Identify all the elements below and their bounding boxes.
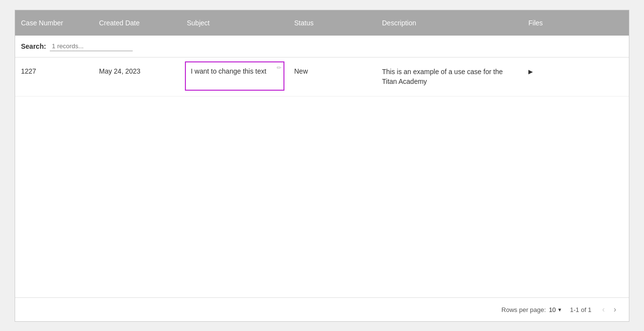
cell-subject[interactable]: ✏ I want to change this text — [181, 58, 288, 95]
cell-description: This is an example of a use case for the… — [376, 58, 523, 96]
cell-case-number: 1227 — [15, 58, 93, 85]
search-input[interactable] — [50, 41, 133, 51]
rows-per-page-dropdown-icon: ▼ — [557, 307, 562, 312]
table-body: 1227 May 24, 2023 ✏ I want to change thi… — [15, 58, 629, 297]
search-label: Search: — [21, 42, 46, 50]
table-header: Case Number Created Date Subject Status … — [15, 10, 629, 36]
subject-editable-cell[interactable]: ✏ I want to change this text — [185, 61, 284, 91]
subject-text: I want to change this text — [191, 67, 266, 75]
col-header-case-number: Case Number — [15, 10, 93, 36]
col-header-description: Description — [376, 10, 523, 36]
pagination-next-button[interactable]: › — [611, 305, 619, 314]
edit-icon: ✏ — [277, 64, 282, 71]
table-footer: Rows per page: 10 ▼ 1-1 of 1 ‹ › — [15, 297, 629, 321]
search-row: Search: — [15, 36, 629, 58]
rows-per-page-select[interactable]: 10 ▼ — [549, 306, 562, 313]
cell-files[interactable]: ▶ — [523, 58, 571, 85]
col-header-created-date: Created Date — [93, 10, 181, 36]
rows-per-page-label: Rows per page: — [502, 306, 546, 313]
files-expand-icon[interactable]: ▶ — [528, 68, 533, 75]
table-row: 1227 May 24, 2023 ✏ I want to change thi… — [15, 58, 629, 97]
rows-per-page-value: 10 — [549, 306, 556, 313]
pagination-nav: ‹ › — [599, 305, 619, 314]
col-header-subject: Subject — [181, 10, 288, 36]
cell-status: New — [288, 58, 376, 85]
pagination-prev-button[interactable]: ‹ — [599, 305, 607, 314]
col-header-status: Status — [288, 10, 376, 36]
pagination-info: 1-1 of 1 — [570, 306, 591, 313]
rows-per-page-control: Rows per page: 10 ▼ — [502, 306, 562, 313]
col-header-files: Files — [523, 10, 571, 36]
cases-table-container: Case Number Created Date Subject Status … — [15, 10, 629, 322]
cell-created-date: May 24, 2023 — [93, 58, 181, 85]
